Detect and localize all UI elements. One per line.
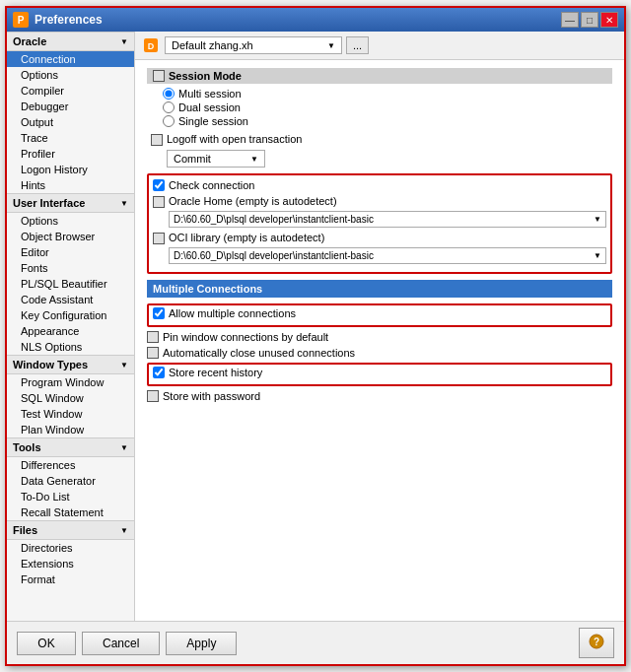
oci-library-checkbox-indicator [153,233,165,244]
auto-close-item: Automatically close unused connections [147,347,612,359]
sidebar-item-appearance[interactable]: Appearance [7,323,134,339]
sidebar-item-object-browser[interactable]: Object Browser [7,229,134,244]
single-session-radio[interactable] [163,115,175,127]
main-content: Session Mode Multi session Dual session … [135,60,624,621]
profile-icon: D [141,35,161,55]
ok-button[interactable]: OK [17,632,76,655]
oracle-home-dropdown[interactable]: D:\60.60_D\plsql developer\instantclient… [169,211,606,228]
sidebar-item-hints[interactable]: Hints [7,177,134,193]
oci-library-arrow-icon: ▼ [594,251,601,260]
pin-window-item: Pin window connections by default [147,331,612,343]
minimize-button[interactable]: — [561,12,579,28]
oci-library-label: OCI library (empty is autodetect) [169,232,324,243]
store-history-item: Store recent history [153,367,606,378]
allow-multiple-section: Allow multiple connections [147,303,612,327]
sidebar-item-profiler[interactable]: Profiler [7,146,134,162]
oracle-home-label: Oracle Home (empty is autodetect) [169,195,337,207]
oracle-home-group: Oracle Home (empty is autodetect) D:\60.… [153,195,606,228]
sidebar-ui-header[interactable]: User Interface ▼ [7,193,134,213]
session-mode-header: Session Mode [147,68,612,84]
files-arrow-icon: ▼ [120,526,128,535]
oci-library-dropdown[interactable]: D:\60.60_D\plsql developer\instantclient… [169,247,606,264]
multi-session-radio[interactable] [163,88,175,100]
check-connection-item: Check connection [153,179,606,191]
close-button[interactable]: ✕ [600,12,618,28]
window-arrow-icon: ▼ [120,361,128,370]
sidebar-item-directories[interactable]: Directories [7,540,134,556]
sidebar-item-fonts[interactable]: Fonts [7,260,134,276]
check-connection-section: Check connection Oracle Home (empty is a… [147,173,612,274]
logoff-row: Logoff with open transaction [151,133,612,147]
dual-session-radio-item: Dual session [163,101,612,113]
maximize-button[interactable]: □ [581,12,598,28]
store-password-label: Store with password [163,390,260,402]
app-icon: P [13,12,29,28]
tools-arrow-icon: ▼ [120,443,128,452]
sidebar-item-output[interactable]: Output [7,114,134,130]
sidebar-item-test-window[interactable]: Test Window [7,406,134,422]
sidebar-item-sql-window[interactable]: SQL Window [7,390,134,406]
sidebar-item-options[interactable]: Options [7,67,134,83]
single-session-label: Single session [178,115,248,127]
window-title: Preferences [35,13,103,27]
apply-button[interactable]: Apply [166,632,237,655]
sidebar-item-differences[interactable]: Differences [7,457,134,473]
allow-multiple-item: Allow multiple connections [153,307,606,319]
sidebar-item-plan-window[interactable]: Plan Window [7,422,134,437]
sidebar-tools-header[interactable]: Tools ▼ [7,437,134,457]
multi-session-label: Multi session [178,88,242,100]
store-history-checkbox[interactable] [153,367,165,378]
sidebar-item-trace[interactable]: Trace [7,130,134,146]
help-button[interactable]: ? [579,628,614,658]
multi-session-radio-item: Multi session [163,88,612,100]
sidebar-window-types-header[interactable]: Window Types ▼ [7,355,134,374]
sidebar-item-editor[interactable]: Editor [7,244,134,260]
sidebar-oracle-header[interactable]: Oracle ▼ [7,32,134,51]
sidebar-files-header[interactable]: Files ▼ [7,520,134,540]
sidebar-item-recall-statement[interactable]: Recall Statement [7,504,134,520]
commit-dropdown-row: Commit ▼ [151,150,612,168]
bottom-bar: OK Cancel Apply ? [7,621,624,664]
sidebar-item-format[interactable]: Format [7,571,134,587]
title-bar: P Preferences — □ ✕ [7,8,624,32]
oracle-home-dropdown-wrapper: D:\60.60_D\plsql developer\instantclient… [153,211,606,228]
check-connection-label: Check connection [169,179,254,191]
session-mode-label: Session Mode [169,70,242,82]
cancel-button[interactable]: Cancel [82,632,160,655]
title-bar-left: P Preferences [13,12,103,28]
store-password-item: Store with password [147,390,612,402]
profile-dropdown[interactable]: Default zhang.xh ▼ [165,36,342,54]
allow-multiple-checkbox[interactable] [153,307,165,319]
sidebar-item-compiler[interactable]: Compiler [7,83,134,99]
sidebar-item-debugger[interactable]: Debugger [7,99,134,114]
oci-library-header-row: OCI library (empty is autodetect) [153,232,606,245]
check-connection-checkbox[interactable] [153,179,165,191]
dual-session-radio[interactable] [163,101,175,113]
sidebar-item-program-window[interactable]: Program Window [7,374,134,390]
svg-text:?: ? [594,637,599,647]
title-controls: — □ ✕ [561,12,618,28]
sidebar-item-logon-history[interactable]: Logon History [7,162,134,177]
commit-dropdown-arrow-icon: ▼ [250,155,258,164]
ui-arrow-icon: ▼ [120,199,128,208]
sidebar-item-nls-options[interactable]: NLS Options [7,339,134,355]
store-history-label: Store recent history [169,367,262,378]
sidebar-item-code-assistant[interactable]: Code Assistant [7,292,134,307]
sidebar-item-todo-list[interactable]: To-Do List [7,489,134,504]
oracle-arrow-icon: ▼ [120,37,128,46]
logoff-label: Logoff with open transaction [167,133,302,145]
oracle-home-checkbox-indicator [153,196,165,208]
sidebar-item-data-generator[interactable]: Data Generator [7,473,134,489]
commit-dropdown[interactable]: Commit ▼ [167,150,265,168]
multiple-connections-header: Multiple Connections [147,280,612,298]
store-history-section: Store recent history [147,363,612,386]
sidebar-item-ui-options[interactable]: Options [7,213,134,229]
main-toolbar: D Default zhang.xh ▼ ... [135,32,624,60]
pin-window-checkbox-indicator [147,331,159,343]
more-button[interactable]: ... [346,36,369,54]
sidebar-item-key-configuration[interactable]: Key Configuration [7,307,134,323]
sidebar-item-connection[interactable]: Connection [7,51,134,67]
sidebar-item-plsql-beautifier[interactable]: PL/SQL Beautifier [7,276,134,292]
logoff-checkbox-indicator [151,134,163,146]
sidebar-item-extensions[interactable]: Extensions [7,556,134,571]
